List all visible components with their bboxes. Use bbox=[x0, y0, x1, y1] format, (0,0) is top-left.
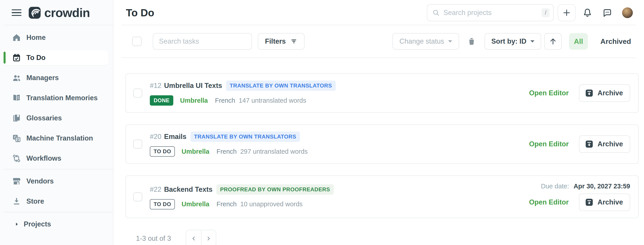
tasks-toolbar: Filters Change status Sort by: ID bbox=[122, 25, 636, 58]
task-actions: Open Editor Archive bbox=[529, 84, 630, 102]
task-title[interactable]: Umbrella UI Texts bbox=[164, 82, 222, 90]
archive-button-label: Archive bbox=[598, 198, 623, 206]
page-header: To Do / bbox=[122, 0, 636, 25]
sidebar-item-translation-memories[interactable]: Translation Memories bbox=[0, 88, 113, 108]
sidebar-item-label: Workflows bbox=[26, 154, 61, 162]
task-checkbox[interactable] bbox=[133, 140, 142, 149]
change-status-label: Change status bbox=[399, 37, 444, 45]
crowdin-logo-text: crowdin bbox=[44, 6, 90, 20]
task-card-body: #20 Emails TRANSLATE BY OWN TRANSLATORS … bbox=[150, 132, 529, 157]
pagination: 1-3 out of 3 bbox=[136, 230, 644, 245]
user-avatar[interactable] bbox=[622, 8, 633, 18]
sidebar-item-glossaries[interactable]: Glossaries bbox=[0, 108, 113, 128]
hamburger-menu-icon[interactable] bbox=[12, 10, 22, 16]
search-projects-box: / bbox=[427, 4, 554, 21]
sidebar-nav: Home To Do Man bbox=[0, 25, 113, 234]
archive-button[interactable]: Archive bbox=[579, 135, 630, 153]
filter-tab-archived[interactable]: Archived bbox=[600, 37, 631, 46]
sidebar-divider bbox=[3, 169, 113, 169]
notifications-button[interactable] bbox=[582, 8, 592, 18]
sidebar-item-machine-translation[interactable]: G Machine Translation bbox=[0, 128, 113, 148]
sidebar-item-workflows[interactable]: Workflows bbox=[0, 148, 113, 168]
open-editor-link[interactable]: Open Editor bbox=[529, 140, 569, 148]
sidebar-item-todo[interactable]: To Do bbox=[0, 48, 113, 68]
chevron-left-icon bbox=[190, 235, 197, 242]
project-link[interactable]: Umbrella bbox=[182, 200, 209, 208]
due-date-label: Due date: bbox=[541, 183, 569, 190]
crowdin-logo[interactable]: crowdin bbox=[28, 6, 90, 20]
messages-button[interactable] bbox=[602, 8, 612, 18]
toolbar-right: Change status Sort by: ID All bbox=[392, 33, 636, 50]
slash-shortcut-key: / bbox=[542, 8, 550, 17]
sidebar-item-vendors[interactable]: Vendors bbox=[0, 171, 113, 191]
task-language: French bbox=[216, 148, 236, 155]
search-icon bbox=[432, 9, 440, 17]
chat-bubble-icon bbox=[602, 8, 612, 18]
todo-calendar-icon bbox=[12, 53, 22, 63]
pager-buttons bbox=[186, 230, 216, 245]
sidebar-item-label: Projects bbox=[24, 220, 51, 228]
task-word-count: 147 untranslated words bbox=[239, 97, 306, 104]
task-id: #22 bbox=[150, 185, 162, 193]
task-checkbox[interactable] bbox=[133, 89, 142, 98]
all-tab-label: All bbox=[574, 37, 583, 46]
create-project-button[interactable] bbox=[558, 4, 576, 21]
task-title[interactable]: Backend Texts bbox=[164, 185, 213, 193]
archive-button[interactable]: Archive bbox=[579, 84, 630, 102]
sidebar-item-label: Translation Memories bbox=[26, 94, 98, 102]
glossaries-icon bbox=[12, 113, 22, 123]
task-language: French bbox=[215, 97, 235, 104]
sidebar-item-projects[interactable]: Projects bbox=[0, 214, 113, 234]
sidebar-item-managers[interactable]: Managers bbox=[0, 68, 113, 88]
task-type-badge: TRANSLATE BY OWN TRANSLATORS bbox=[226, 81, 336, 91]
select-all-checkbox[interactable] bbox=[132, 37, 142, 46]
sidebar-item-label: Managers bbox=[26, 74, 59, 82]
main-content: To Do / bbox=[114, 0, 644, 245]
chevron-right-icon bbox=[14, 221, 20, 227]
task-checkbox[interactable] bbox=[133, 192, 142, 201]
archive-button[interactable]: Archive bbox=[579, 193, 630, 211]
task-action-buttons: Open Editor Archive bbox=[529, 193, 630, 211]
sidebar-item-home[interactable]: Home bbox=[0, 28, 113, 48]
open-editor-link[interactable]: Open Editor bbox=[529, 198, 569, 206]
project-link[interactable]: Umbrella bbox=[182, 148, 209, 155]
sidebar-item-label: Vendors bbox=[26, 177, 54, 185]
previous-page-button[interactable] bbox=[186, 230, 201, 245]
sidebar-header: crowdin bbox=[0, 0, 113, 25]
machine-translation-icon: G bbox=[12, 133, 22, 143]
task-card-12: #12 Umbrella UI Texts TRANSLATE BY OWN T… bbox=[126, 73, 639, 113]
next-page-button[interactable] bbox=[201, 230, 216, 245]
task-type-badge: PROOFREAD BY OWN PROOFREADERS bbox=[216, 184, 334, 195]
status-badge: DONE bbox=[150, 95, 173, 106]
header-actions: / bbox=[427, 4, 636, 21]
task-card-body: #12 Umbrella UI Texts TRANSLATE BY OWN T… bbox=[150, 81, 529, 106]
task-actions: Open Editor Archive bbox=[529, 135, 630, 153]
archive-box-icon bbox=[585, 89, 594, 98]
filters-button[interactable]: Filters bbox=[258, 33, 304, 50]
translation-memories-icon bbox=[12, 93, 22, 103]
archive-button-label: Archive bbox=[598, 89, 623, 97]
change-status-dropdown[interactable]: Change status bbox=[392, 33, 459, 50]
sort-direction-button[interactable] bbox=[544, 33, 562, 50]
task-actions: Due date: Apr 30, 2027 23:59 Open Editor… bbox=[529, 183, 630, 211]
search-tasks-input[interactable] bbox=[153, 33, 252, 50]
vendors-icon bbox=[12, 176, 22, 186]
managers-icon bbox=[12, 73, 22, 83]
home-icon bbox=[12, 33, 22, 43]
crowdin-logo-icon bbox=[28, 6, 41, 19]
store-download-icon bbox=[12, 196, 22, 206]
chevron-down-icon bbox=[448, 40, 452, 43]
open-editor-link[interactable]: Open Editor bbox=[529, 89, 569, 97]
task-title[interactable]: Emails bbox=[164, 133, 186, 141]
sidebar-item-store[interactable]: Store bbox=[0, 191, 113, 211]
project-link[interactable]: Umbrella bbox=[180, 97, 208, 104]
sidebar-item-label: Home bbox=[26, 34, 46, 42]
search-projects-input[interactable] bbox=[444, 9, 538, 17]
delete-button[interactable] bbox=[467, 37, 476, 46]
filter-tab-all[interactable]: All bbox=[569, 33, 588, 50]
task-card-20: #20 Emails TRANSLATE BY OWN TRANSLATORS … bbox=[126, 124, 639, 164]
task-card-body: #22 Backend Texts PROOFREAD BY OWN PROOF… bbox=[150, 184, 529, 209]
sort-dropdown[interactable]: Sort by: ID bbox=[484, 33, 541, 50]
arrow-up-icon bbox=[549, 37, 557, 46]
sidebar-item-label: Machine Translation bbox=[26, 134, 93, 142]
